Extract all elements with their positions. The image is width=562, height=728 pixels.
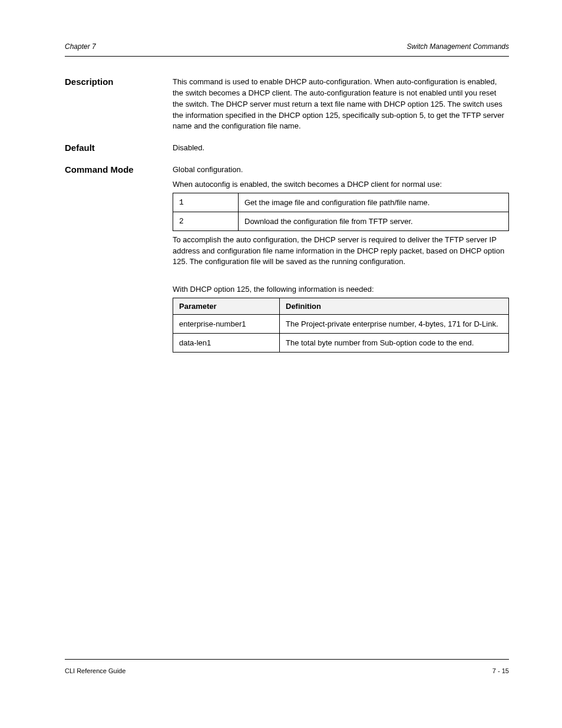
footer-doc-title: CLI Reference Guide: [65, 667, 125, 674]
footer-page-number: 7 - 15: [492, 667, 509, 674]
cell-step-num: 1: [173, 193, 239, 212]
cell-step-num: 2: [173, 212, 239, 230]
text-default: Disabled.: [173, 143, 509, 154]
text-table1-intro: When autoconfig is enabled, the switch b…: [173, 179, 509, 190]
th-parameter: Parameter: [173, 298, 280, 315]
cell-def: The Project-private enterprise number, 4…: [280, 315, 509, 334]
cell-def: The total byte number from Sub-option co…: [280, 334, 509, 353]
table-row: 2 Download the configuration file from T…: [173, 212, 509, 230]
th-definition: Definition: [280, 298, 509, 315]
heading-command-mode: Command Mode: [65, 164, 168, 176]
cell-param: enterprise-number1: [173, 315, 280, 334]
section-description: Description This command is used to enab…: [65, 77, 509, 132]
heading-description: Description: [65, 77, 168, 88]
table-dhcp-steps: 1 Get the image file and configuration f…: [173, 193, 509, 231]
table-row: enterprise-number1 The Project-private e…: [173, 315, 509, 334]
cell-step-desc: Download the configuration file from TFT…: [239, 212, 509, 230]
cell-step-desc: Get the image file and configuration fil…: [239, 193, 509, 212]
table-dhcp-option125: Parameter Definition enterprise-number1 …: [173, 298, 509, 353]
text-command-mode: Global configuration.: [173, 164, 509, 176]
table-header-row: Parameter Definition: [173, 298, 509, 315]
heading-default: Default: [65, 143, 168, 154]
section-command-mode: Command Mode Global configuration. When …: [65, 164, 509, 353]
header-title: Switch Management Commands: [407, 42, 509, 51]
table-row: data-len1 The total byte number from Sub…: [173, 334, 509, 353]
cell-param: data-len1: [173, 334, 280, 353]
text-description: This command is used to enable DHCP auto…: [173, 77, 509, 132]
text-dhcp-opt-intro: With DHCP option 125, the following info…: [173, 284, 509, 295]
table-row: 1 Get the image file and configuration f…: [173, 193, 509, 212]
section-default: Default Disabled.: [65, 143, 509, 154]
header-rule: [65, 56, 509, 57]
header-chapter: Chapter 7: [65, 42, 96, 51]
footer-rule: [65, 659, 509, 660]
text-table1-after: To accomplish the auto configuration, th…: [173, 235, 509, 268]
